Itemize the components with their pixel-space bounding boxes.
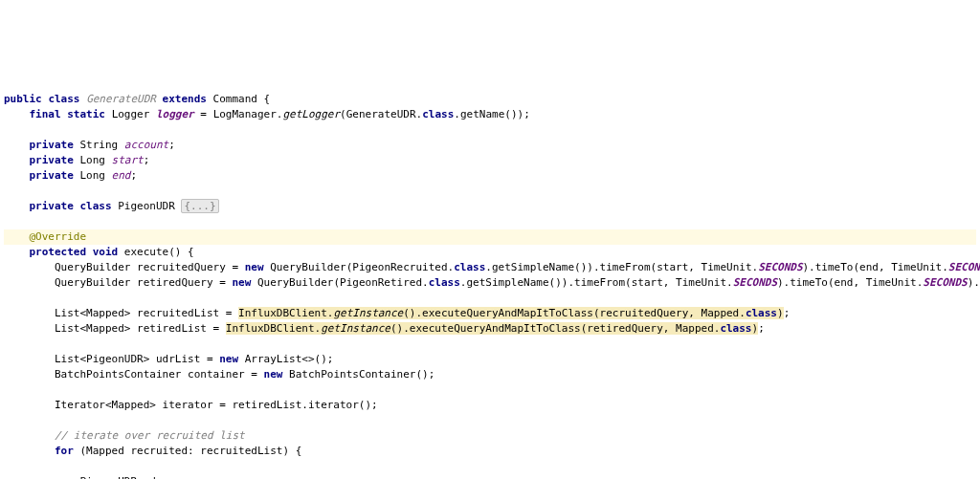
comment: // iterate over recruited list	[4, 429, 245, 442]
override-annotation: @Override	[4, 229, 976, 245]
class-declaration: public class GenerateUDR extends Command…	[4, 93, 270, 105]
code-fold-toggle[interactable]: {...}	[181, 199, 218, 213]
code-editor[interactable]: public class GenerateUDR extends Command…	[0, 76, 980, 479]
inspection-highlight: InfluxDBClient.getInstance().executeQuer…	[238, 307, 784, 319]
inspection-highlight: InfluxDBClient.getInstance().executeQuer…	[226, 322, 758, 335]
